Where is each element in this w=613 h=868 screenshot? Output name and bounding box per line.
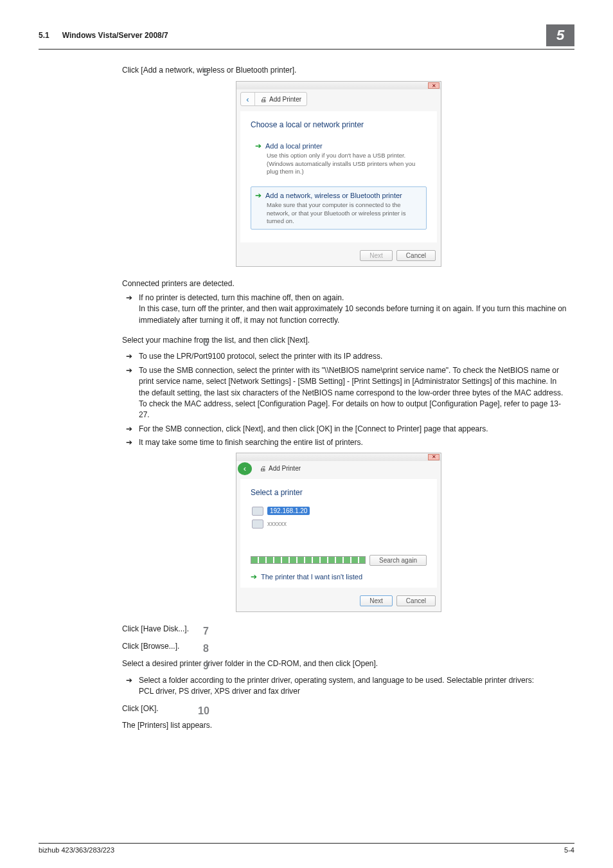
option-add-local-printer[interactable]: ➔Add a local printer Use this option onl… <box>251 137 427 180</box>
step-6: 6 Select your machine from the list, and… <box>109 335 568 346</box>
dialog1-titlebar: ✕ <box>236 82 441 89</box>
printer-icon <box>252 507 263 516</box>
opt1-sub: Use this option only if you don't have a… <box>267 152 422 176</box>
dialog1-crumb-label: Add Printer <box>269 96 301 103</box>
dialog1-title: Choose a local or network printer <box>251 120 427 129</box>
footer-left: bizhub 423/363/283/223 <box>39 846 114 854</box>
bullet-text-1b: In this case, turn off the printer, and … <box>139 304 567 324</box>
step6-b2b: To check the MAC address, select [Config… <box>139 399 561 419</box>
step6-bullet-4: It may take some time to finish searchin… <box>122 437 568 448</box>
printer-list: 192.168.1.20 xxxxxx <box>251 505 427 552</box>
printer-item-2-label: xxxxxx <box>267 520 287 527</box>
dialog2-crumb-label: Add Printer <box>269 465 301 472</box>
bullet-no-printer-detected: If no printer is detected, turn this mac… <box>122 293 568 326</box>
figure-add-printer-choose: ✕ ‹ 🖨 Add Printer Choose a local or netw… <box>109 81 568 267</box>
step-7-number: 7 <box>203 624 209 638</box>
bullet-text-1a: If no printer is detected, turn this mac… <box>139 293 344 302</box>
search-again-button[interactable]: Search again <box>369 555 427 566</box>
step-9-number: 9 <box>203 658 209 673</box>
opt2-heading: Add a network, wireless or Bluetooth pri… <box>265 192 402 199</box>
step-8: 8 Click [Browse...]. <box>109 641 568 652</box>
chapter-badge: 5 <box>546 24 574 46</box>
opt1-heading: Add a local printer <box>265 142 323 150</box>
step6-bullet-1: To use the LPR/Port9100 protocol, select… <box>122 351 568 362</box>
step-5-text: Click [Add a network, wireless or Blueto… <box>109 65 568 76</box>
dialog2-title: Select a printer <box>251 488 427 497</box>
figure-select-a-printer: ✕ ‹ 🖨 Add Printer Select a printer 192.1… <box>109 453 568 612</box>
header-section-title: 5.1 Windows Vista/Server 2008/7 <box>39 31 168 40</box>
step-8-text: Click [Browse...]. <box>109 641 568 652</box>
step-5-number: 5 <box>203 65 209 80</box>
page-header: 5.1 Windows Vista/Server 2008/7 5 <box>39 24 574 50</box>
arrow-right-icon: ➔ <box>251 572 257 581</box>
step-5: 5 Click [Add a network, wireless or Blue… <box>109 65 568 76</box>
header-title-text: Windows Vista/Server 2008/7 <box>62 31 168 40</box>
close-icon[interactable]: ✕ <box>428 454 440 460</box>
next-button[interactable]: Next <box>360 595 393 606</box>
step-9: 9 Select a desired printer driver folder… <box>109 658 568 669</box>
dialog-add-printer-2: ✕ ‹ 🖨 Add Printer Select a printer 192.1… <box>236 453 441 612</box>
dialog1-breadcrumb: ‹ 🖨 Add Printer <box>240 92 307 106</box>
footer-right: 5-4 <box>564 846 574 854</box>
step-7: 7 Click [Have Disk...]. <box>109 624 568 635</box>
header-section-number: 5.1 <box>39 31 49 40</box>
arrow-right-icon: ➔ <box>255 141 262 150</box>
step6-bullet-3: For the SMB connection, click [Next], an… <box>122 424 568 435</box>
step-10-number: 10 <box>198 703 209 718</box>
not-listed-label: The printer that I want isn't listed <box>261 573 362 581</box>
printer-icon: 🖨 <box>260 96 267 103</box>
printer-list-item[interactable]: xxxxxx <box>251 518 427 530</box>
connected-printers-detected: Connected printers are detected. <box>109 278 568 289</box>
option-add-network-printer[interactable]: ➔Add a network, wireless or Bluetooth pr… <box>251 186 427 230</box>
step10-after: The [Printers] list appears. <box>109 720 568 731</box>
page-footer: bizhub 423/363/283/223 5-4 <box>39 843 574 854</box>
step-10: 10 Click [OK]. <box>109 703 568 714</box>
step-6-text: Select your machine from the list, and t… <box>109 335 568 346</box>
step-6-number: 6 <box>203 335 209 350</box>
back-icon[interactable]: ‹ <box>241 93 255 105</box>
step9-b1b: PCL driver, PS driver, XPS driver and fa… <box>139 687 300 696</box>
step6-bullet-2: To use the SMB connection, select the pr… <box>122 365 568 421</box>
dialog-add-printer-1: ✕ ‹ 🖨 Add Printer Choose a local or netw… <box>236 81 441 267</box>
step9-b1: Select a folder according to the printer… <box>139 676 534 685</box>
dialog2-titlebar: ✕ <box>236 453 441 461</box>
printer-icon: 🖨 <box>260 465 266 472</box>
step6-b2: To use the SMB connection, select the pr… <box>139 366 563 397</box>
printer-list-item[interactable]: 192.168.1.20 <box>251 505 427 518</box>
step-10-text: Click [OK]. <box>109 703 568 714</box>
printer-not-listed-link[interactable]: ➔ The printer that I want isn't listed <box>251 572 427 581</box>
opt2-sub: Make sure that your computer is connecte… <box>267 201 422 225</box>
chapter-badge-number: 5 <box>556 27 564 44</box>
step-7-text: Click [Have Disk...]. <box>109 624 568 635</box>
arrow-right-icon: ➔ <box>255 191 262 200</box>
back-icon[interactable]: ‹ <box>238 462 252 475</box>
search-progress <box>251 556 366 564</box>
step-9-text: Select a desired printer driver folder i… <box>109 658 568 669</box>
printer-item-1-label: 192.168.1.20 <box>267 507 310 515</box>
step-8-number: 8 <box>203 641 209 656</box>
printer-icon <box>252 520 263 529</box>
close-icon[interactable]: ✕ <box>428 82 440 89</box>
cancel-button[interactable]: Cancel <box>396 595 436 606</box>
cancel-button[interactable]: Cancel <box>396 250 436 261</box>
next-button[interactable]: Next <box>360 250 393 261</box>
step9-bullet-1: Select a folder according to the printer… <box>122 675 568 698</box>
